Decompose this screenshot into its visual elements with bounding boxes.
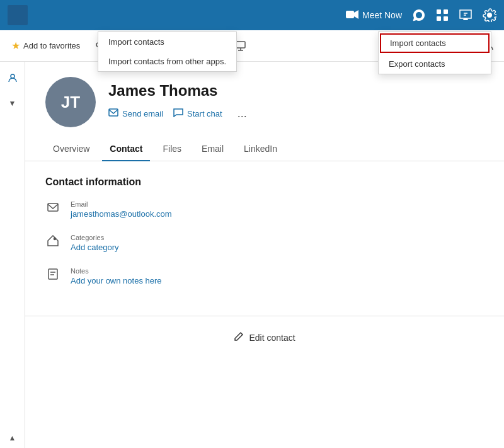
sidebar-item-contacts[interactable] [3,68,23,88]
categories-label: Categories [71,234,119,241]
categories-icon [45,235,60,250]
edit-contact-label: Edit contact [249,333,295,343]
notes-field-content: Notes Add your own notes here [71,267,162,285]
send-email-button[interactable]: Send email [108,106,163,121]
video-icon [346,9,358,21]
contact-info-section: Contact information Email jamesthomas@ou… [25,161,504,316]
top-bar: Meet Now [0,0,504,30]
svg-rect-4 [444,16,448,21]
notes-row: Notes Add your own notes here [45,267,484,285]
settings-icon[interactable] [483,8,496,22]
tab-linkedin[interactable]: LinkedIn [236,137,285,161]
tab-email[interactable]: Email [194,137,231,161]
tab-overview[interactable]: Overview [45,137,97,161]
tab-contact-label: Contact [110,144,142,154]
export-contacts-option[interactable]: Export contacts [379,54,491,74]
add-to-favorites-label: Add to favorites [23,41,80,50]
avatar-initials: JT [61,93,80,112]
svg-point-16 [54,238,56,240]
add-to-favorites-button[interactable]: ★ Add to favorites [5,36,86,55]
start-chat-label: Start chat [187,109,222,118]
categories-field-content: Categories Add category [71,234,119,252]
tabs-bar: Overview Contact Files Email LinkedIn [25,137,504,161]
manage-contacts-dropdown: Import contacts Export contacts [378,32,491,74]
svg-rect-3 [437,16,441,21]
tab-contact[interactable]: Contact [102,137,150,161]
contact-details: James Thomas Send email [108,82,252,123]
edit-icon [234,331,244,343]
tab-files[interactable]: Files [155,137,189,161]
main-content: JT James Thomas Send email [25,62,504,448]
meet-now-button[interactable]: Meet Now [346,9,402,21]
start-chat-button[interactable]: Start chat [173,106,222,122]
edit-contact-button[interactable]: Edit contact [224,326,305,348]
categories-row: Categories Add category [45,234,484,252]
import-contacts-from-other-apps-label: Import contacts from other apps. [108,57,226,66]
avatar: JT [45,77,96,127]
star-icon: ★ [11,40,20,52]
sidebar: ▼ ▲ [0,62,25,448]
tab-overview-label: Overview [53,144,89,154]
more-icon: ... [238,107,247,120]
import-contacts-from-other-apps-option[interactable]: Import contacts from other apps. [98,52,236,71]
tab-linkedin-label: LinkedIn [244,144,277,154]
skype-icon[interactable] [412,8,426,22]
section-title: Contact information [45,176,484,188]
email-field-content: Email jamesthomas@outlook.com [71,200,172,219]
svg-rect-15 [48,204,58,211]
sidebar-item-chevron-down[interactable]: ▼ [3,93,23,113]
chat-transfer-icon[interactable] [459,8,472,22]
svg-rect-0 [346,11,354,18]
email-value[interactable]: jamesthomas@outlook.com [71,209,172,219]
app-logo [8,5,28,25]
export-contacts-label: Export contacts [389,59,445,69]
email-field-icon [45,202,60,215]
chat-icon [173,108,183,119]
svg-rect-17 [49,269,57,279]
main-layout: ▼ ▲ JT James Thomas [0,62,504,448]
svg-rect-9 [236,42,245,48]
notes-value[interactable]: Add your own notes here [71,276,162,285]
import-contacts-label-1: Import contacts [108,37,164,47]
send-email-label: Send email [122,109,163,118]
import-contacts-option-1[interactable]: Import contacts [98,32,236,52]
categories-value[interactable]: Add category [71,243,119,252]
import-contacts-label: Import contacts [390,38,446,48]
edit-contact-footer: Edit contact [25,316,504,359]
tab-files-label: Files [163,144,181,154]
more-actions-button[interactable]: ... [232,105,252,123]
svg-rect-2 [444,9,448,14]
sidebar-item-collapse[interactable]: ▲ [3,428,23,448]
email-icon [108,108,118,118]
tab-email-label: Email [202,144,224,154]
email-label: Email [71,200,172,208]
notes-icon [45,268,60,283]
svg-point-13 [11,74,14,78]
add-to-list-dropdown: Import contacts Import contacts from oth… [98,32,237,72]
contact-name: James Thomas [108,82,252,100]
notes-label: Notes [71,267,162,275]
email-row: Email jamesthomas@outlook.com [45,200,484,219]
meet-now-label: Meet Now [362,10,402,20]
svg-rect-1 [437,9,441,14]
contact-actions: Send email Start chat ... [108,105,252,123]
grid-icon[interactable] [436,9,449,21]
import-contacts-option[interactable]: Import contacts [380,33,490,53]
svg-rect-14 [109,109,118,116]
